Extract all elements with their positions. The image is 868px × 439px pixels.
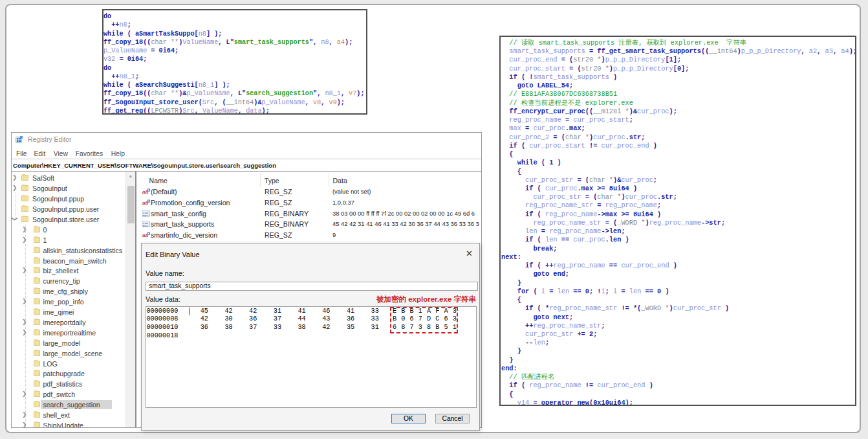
svg-text:011: 011: [143, 214, 148, 216]
svg-text:011: 011: [143, 225, 148, 227]
